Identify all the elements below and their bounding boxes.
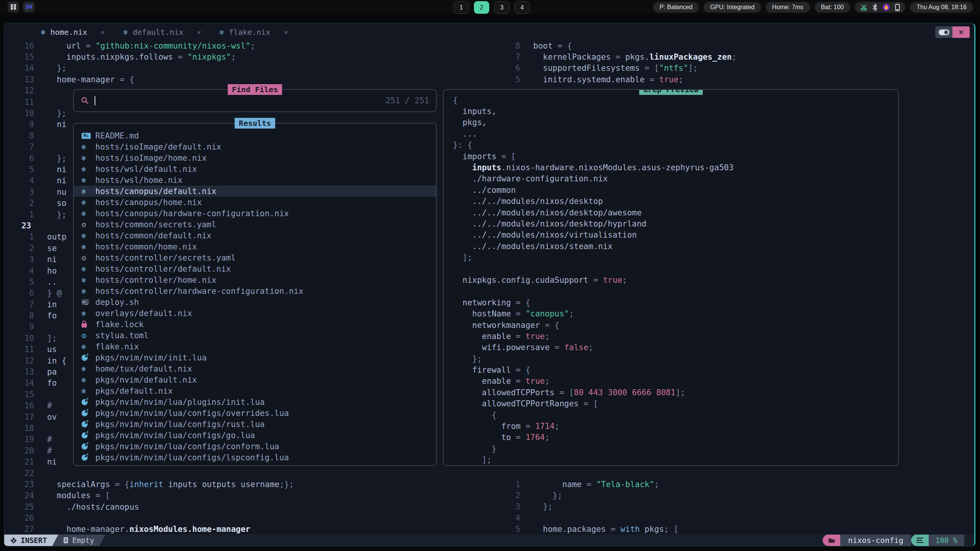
line-number: 15 xyxy=(4,52,39,62)
nix-file-icon: ❄ xyxy=(82,276,95,284)
preview-line: { xyxy=(453,409,898,421)
result-label: hosts/common/default.nix xyxy=(95,231,211,240)
result-item[interactable]: ❄hosts/canopus/default.nix xyxy=(74,186,436,197)
search-icon xyxy=(81,96,89,105)
lock-file-icon xyxy=(82,321,95,328)
result-item[interactable]: ❄hosts/controller/hardware-configuration… xyxy=(74,285,436,297)
phone-icon[interactable] xyxy=(895,4,900,11)
result-item[interactable]: flake.lock xyxy=(74,319,436,330)
result-label: hosts/controller/default.nix xyxy=(95,264,231,274)
line-number: 1 xyxy=(4,232,39,241)
result-item[interactable]: ❄hosts/controller/home.nix xyxy=(74,274,436,285)
find-files-results: Results M↓README.md❄hosts/isoImage/defau… xyxy=(73,123,437,466)
status-pill: GPU: Integrated xyxy=(704,2,761,13)
preview-line: enable = true; xyxy=(453,376,898,387)
result-item[interactable]: ❄hosts/canopus/home.nix xyxy=(74,197,436,208)
workspace-button-1[interactable]: 1 xyxy=(454,1,469,14)
result-item[interactable]: ❄hosts/wsl/default.nix xyxy=(74,163,436,174)
vpn-flame-icon[interactable] xyxy=(882,3,890,11)
find-files-prompt[interactable]: Find Files 251 / 251 xyxy=(73,89,437,112)
tab-home.nix[interactable]: ❄home.nix× xyxy=(34,23,116,41)
preview-line: }: { xyxy=(453,140,898,151)
result-item[interactable]: pkgs/nvim/nvim/lua/configs/overrides.lua xyxy=(74,408,436,419)
line-number: 21 xyxy=(4,457,39,466)
preview-line: allowedTCPPortRanges = [ xyxy=(453,398,898,409)
tab-label: default.nix xyxy=(133,28,183,37)
result-item[interactable]: ⚙hosts/common/secrets.yaml xyxy=(74,219,436,230)
editor-line: 26 xyxy=(4,512,498,523)
result-item[interactable]: M↓README.md xyxy=(74,130,436,141)
theme-toggle-button[interactable] xyxy=(935,26,952,38)
line-number: 8 xyxy=(4,311,39,320)
nix-snowflake-icon: ❄ xyxy=(220,28,224,36)
status-pill: P: Balanced xyxy=(653,2,699,13)
preview-line: from = 1714; xyxy=(453,421,898,432)
line-number: 10 xyxy=(4,109,39,118)
tab-close-icon[interactable]: × xyxy=(197,28,201,36)
result-item[interactable]: ❄pkgs/default.nix xyxy=(74,385,436,396)
preview-line: imports = [ xyxy=(453,151,898,162)
result-label: hosts/isoImage/default.nix xyxy=(95,142,221,152)
result-item[interactable]: ❄pkgs/nvim/default.nix xyxy=(74,374,436,385)
right-editor-pane-bottom[interactable]: 1 name = "Tela-black";2 };3 };45 home.pa… xyxy=(498,479,973,535)
result-item[interactable]: ⚙stylua.toml xyxy=(74,330,436,341)
line-number: 25 xyxy=(4,502,39,512)
line-number: 6 xyxy=(498,64,525,73)
result-item[interactable]: ⚙hosts/controller/secrets.yaml xyxy=(74,252,436,263)
result-item[interactable]: pkgs/nvim/nvim/lua/configs/go.lua xyxy=(74,430,436,441)
result-label: overlays/default.nix xyxy=(95,309,192,318)
result-item[interactable]: pkgs/nvim/nvim/lua/configs/rust.lua xyxy=(74,419,436,430)
tab-default.nix[interactable]: ❄default.nix× xyxy=(116,23,212,41)
find-files-title: Find Files xyxy=(228,84,282,95)
editor-line: 3 }; xyxy=(498,501,973,512)
result-item[interactable]: ❄hosts/canopus/hardware-configuration.ni… xyxy=(74,208,436,219)
apps-grid-icon[interactable] xyxy=(8,2,19,12)
top-status-bar: $W 1234 P: BalancedGPU: IntegratedHome: … xyxy=(0,0,980,15)
result-item[interactable]: ❄hosts/common/home.nix xyxy=(74,241,436,252)
grep-preview-panel: Grep Preview { inputs, pkgs, ...}: { imp… xyxy=(443,89,899,466)
tab-close-icon[interactable]: × xyxy=(101,28,105,36)
wifi-icon[interactable] xyxy=(860,4,867,11)
line-number: 18 xyxy=(4,424,39,433)
tab-close-icon[interactable]: × xyxy=(284,28,288,36)
workspace-button-4[interactable]: 4 xyxy=(514,1,530,14)
line-number: 2 xyxy=(4,244,39,253)
result-item[interactable]: ❄flake.nix xyxy=(74,341,436,352)
line-number: 14 xyxy=(4,64,39,73)
workspace-button-3[interactable]: 3 xyxy=(494,1,510,14)
result-item[interactable]: pkgs/nvim/nvim/lua/configs/lspconfig.lua xyxy=(74,452,436,463)
terminal-logo[interactable]: $W xyxy=(23,2,34,12)
result-item[interactable]: ❄hosts/isoImage/default.nix xyxy=(74,141,436,152)
tab-flake.nix[interactable]: ❄flake.nix× xyxy=(213,23,300,41)
preview-line: { xyxy=(453,95,898,106)
bluetooth-icon[interactable] xyxy=(872,4,877,11)
window-close-button[interactable]: × xyxy=(952,26,970,38)
result-item[interactable]: ❄hosts/controller/default.nix xyxy=(74,263,436,274)
line-number: 3 xyxy=(4,187,39,197)
result-item[interactable]: ❄hosts/common/default.nix xyxy=(74,230,436,241)
result-item[interactable]: pkgs/nvim/nvim/lua/configs/conform.lua xyxy=(74,441,436,452)
editor-line: 27 home-manager.nixosModules.home-manage… xyxy=(4,524,498,535)
result-item[interactable]: ❄hosts/wsl/home.nix xyxy=(74,174,436,186)
lua-file-icon xyxy=(82,443,95,450)
result-item[interactable]: ❄home/tux/default.nix xyxy=(74,363,436,374)
project-name: nixos-config xyxy=(840,535,911,546)
results-title: Results xyxy=(235,118,275,129)
result-item[interactable]: ❄hosts/isoImage/home.nix xyxy=(74,152,436,163)
preview-line: ../../modules/nixos/virtualisation xyxy=(453,230,898,241)
right-editor-pane-top[interactable]: 8boot = {7 kernelPackages = pkgs.linuxPa… xyxy=(498,40,973,85)
lua-file-icon xyxy=(82,355,95,361)
result-item[interactable]: pkgs/nvim/nvim/lua/plugins/init.lua xyxy=(74,396,436,408)
line-number: 1 xyxy=(498,480,525,489)
scroll-percentage: 100 % xyxy=(929,535,964,546)
result-item[interactable]: >_deploy.sh xyxy=(74,297,436,308)
result-item[interactable]: ❄overlays/default.nix xyxy=(74,308,436,319)
editor-line: 5 home.packages = with pkgs; [ xyxy=(498,524,973,535)
line-number: 12 xyxy=(4,356,39,365)
result-item[interactable]: pkgs/nvim/nvim/init.lua xyxy=(74,352,436,363)
workspace-button-2[interactable]: 2 xyxy=(474,1,489,14)
file-icon xyxy=(63,537,69,544)
result-label: hosts/controller/secrets.yaml xyxy=(95,253,236,262)
lua-file-icon xyxy=(82,455,95,461)
workspace-switcher: 1234 xyxy=(454,1,530,14)
